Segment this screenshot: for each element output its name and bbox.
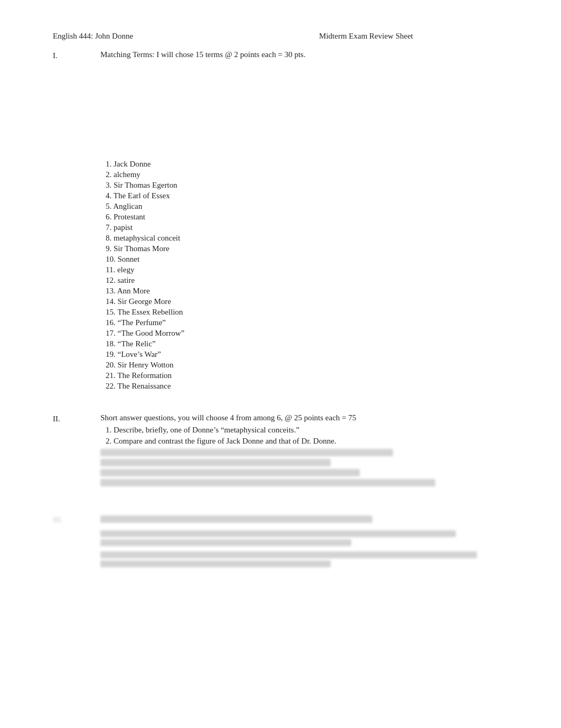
terms-container: 1. Jack Donne2. alchemy3. Sir Thomas Ege… — [100, 160, 519, 392]
term-item: 11. elegy — [100, 265, 519, 274]
term-item: 1. Jack Donne — [100, 160, 519, 169]
term-item: 15. The Essex Rebellion — [100, 308, 519, 317]
term-item: 19. “Love’s War” — [100, 350, 519, 359]
short-answer-item: 1. Describe, briefly, one of Donne’s “me… — [100, 426, 519, 435]
section-ii-header: II. Short answer questions, you will cho… — [53, 413, 519, 489]
section-iii-content — [100, 515, 519, 570]
term-item: 7. papist — [100, 223, 519, 232]
short-answer-intro: Short answer questions, you will choose … — [100, 413, 519, 422]
term-item: 4. The Earl of Essex — [100, 191, 519, 200]
short-answer-item: 2. Compare and contrast the figure of Ja… — [100, 437, 519, 446]
blurred-question-item — [100, 479, 435, 486]
section-iii: III. — [53, 515, 519, 570]
term-item: 21. The Reformation — [100, 371, 519, 380]
term-item: 10. Sonnet — [100, 255, 519, 264]
term-item: 22. The Renaissance — [100, 382, 519, 391]
section-ii-label: II. — [53, 413, 100, 423]
doc-title: Midterm Exam Review Sheet — [319, 32, 413, 41]
blurred-question-item — [100, 459, 331, 466]
term-item: 5. Anglican — [100, 202, 519, 211]
term-item: 17. “The Good Morrow” — [100, 329, 519, 338]
section-iii-q2 — [100, 551, 519, 567]
blurred-questions — [100, 449, 519, 486]
page-header: English 444: John Donne Midterm Exam Rev… — [53, 32, 519, 41]
section-ii: II. Short answer questions, you will cho… — [53, 413, 519, 489]
term-item: 13. Ann More — [100, 287, 519, 296]
terms-list: 1. Jack Donne2. alchemy3. Sir Thomas Ege… — [100, 160, 519, 392]
section-i: I. Matching Terms: I will chose 15 terms… — [53, 50, 519, 392]
section-i-header: I. Matching Terms: I will chose 15 terms… — [53, 50, 519, 154]
course-title: English 444: John Donne — [53, 32, 133, 41]
term-item: 8. metaphysical conceit — [100, 234, 519, 243]
blurred-question-item — [100, 469, 360, 476]
term-item: 2. alchemy — [100, 170, 519, 179]
section-iii-row: III. — [53, 515, 519, 570]
section-iii-label: III. — [53, 515, 100, 524]
term-item: 16. “The Perfume” — [100, 318, 519, 327]
blurred-question-item — [100, 449, 393, 456]
section-i-intro: Matching Terms: I will chose 15 terms @ … — [100, 50, 519, 59]
section-iii-q1 — [100, 530, 519, 546]
section-i-label: I. — [53, 50, 100, 60]
term-item: 18. “The Relic” — [100, 339, 519, 348]
term-item: 6. Protestant — [100, 213, 519, 222]
term-item: 9. Sir Thomas More — [100, 244, 519, 253]
section-ii-content: Short answer questions, you will choose … — [100, 413, 519, 489]
term-item: 12. satire — [100, 276, 519, 285]
section-iii-intro-block — [100, 515, 372, 523]
term-item: 3. Sir Thomas Egerton — [100, 181, 519, 190]
short-answer-list: 1. Describe, briefly, one of Donne’s “me… — [100, 426, 519, 446]
term-item: 20. Sir Henry Wotton — [100, 361, 519, 370]
term-item: 14. Sir George More — [100, 297, 519, 306]
